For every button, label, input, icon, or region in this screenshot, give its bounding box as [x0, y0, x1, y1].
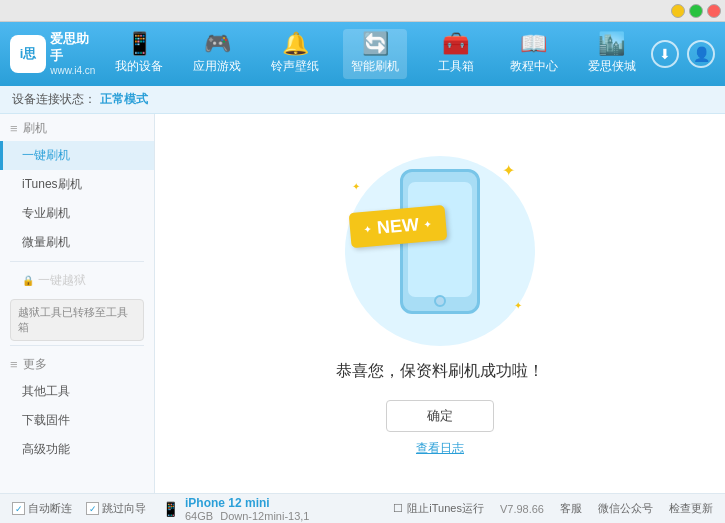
checkbox-skip-wizard-box[interactable]: ✓	[86, 502, 99, 515]
tutorials-icon: 📖	[520, 33, 547, 55]
sidebar-divider-2	[10, 345, 144, 346]
checkbox-skip-wizard[interactable]: ✓ 跳过向导	[86, 501, 146, 516]
header-actions: ⬇ 👤	[651, 40, 715, 68]
flash-section-icon: ≡	[10, 121, 18, 136]
sparkle-icon-3: ✦	[514, 300, 522, 311]
customer-service-link[interactable]: 客服	[560, 501, 582, 516]
sidebar-item-itunes-flash[interactable]: iTunes刷机	[0, 170, 154, 199]
close-button[interactable]	[707, 4, 721, 18]
bottom-bar: ✓ 自动断连 ✓ 跳过向导 📱 iPhone 12 mini 64GB Down…	[0, 493, 725, 523]
more-section-icon: ≡	[10, 357, 18, 372]
sidebar: ≡ 刷机 一键刷机 iTunes刷机 专业刷机 微量刷机 🔒 一键越狱 越狱工具…	[0, 114, 155, 493]
logo-text: 爱思助手 www.i4.cn	[50, 31, 100, 78]
logo-area: i思 爱思助手 www.i4.cn	[10, 31, 100, 78]
nav-ringtones[interactable]: 🔔 铃声壁纸	[265, 33, 325, 75]
device-info: 📱 iPhone 12 mini 64GB Down-12mini-13,1	[162, 496, 309, 522]
bottom-right: ☐ 阻止iTunes运行 V7.98.66 客服 微信公众号 检查更新	[393, 501, 713, 516]
itunes-stop-area: ☐ 阻止iTunes运行	[393, 501, 484, 516]
maximize-button[interactable]	[689, 4, 703, 18]
device-name: iPhone 12 mini	[185, 496, 309, 510]
main-content: ✦ NEW ✦ ✦ ✦ ✦ 恭喜您，保资料刷机成功啦！ 确定 查看日志	[155, 114, 725, 493]
sidebar-item-other-tools[interactable]: 其他工具	[0, 377, 154, 406]
sidebar-item-jailbreak: 🔒 一键越狱	[0, 266, 154, 295]
user-button[interactable]: 👤	[687, 40, 715, 68]
sidebar-divider-1	[10, 261, 144, 262]
sidebar-item-micro-flash[interactable]: 微量刷机	[0, 228, 154, 257]
sidebar-item-download-firmware[interactable]: 下载固件	[0, 406, 154, 435]
success-text: 恭喜您，保资料刷机成功啦！	[336, 361, 544, 382]
bottom-left: ✓ 自动断连 ✓ 跳过向导 📱 iPhone 12 mini 64GB Down…	[12, 496, 393, 522]
checkbox-auto-disconnect[interactable]: ✓ 自动断连	[12, 501, 72, 516]
download-button[interactable]: ⬇	[651, 40, 679, 68]
status-value: 正常模式	[100, 91, 148, 108]
phone-device-icon: 📱	[162, 501, 179, 517]
sidebar-item-one-key-flash[interactable]: 一键刷机	[0, 141, 154, 170]
titlebar	[0, 0, 725, 22]
secondary-link[interactable]: 查看日志	[416, 440, 464, 457]
flash-icon: 🔄	[362, 33, 389, 55]
city-icon: 🏙️	[598, 33, 625, 55]
ringtone-icon: 🔔	[282, 33, 309, 55]
checkbox-auto-disconnect-box[interactable]: ✓	[12, 502, 25, 515]
logo-icon: i思	[10, 35, 46, 73]
sparkle-icon-1: ✦	[502, 161, 515, 180]
confirm-button[interactable]: 确定	[386, 400, 494, 432]
nav-toolbox[interactable]: 🧰 工具箱	[426, 33, 486, 75]
sidebar-item-pro-flash[interactable]: 专业刷机	[0, 199, 154, 228]
nav-smart-flash[interactable]: 🔄 智能刷机	[343, 29, 407, 79]
nav-my-device[interactable]: 📱 我的设备	[109, 33, 169, 75]
main-container: ≡ 刷机 一键刷机 iTunes刷机 专业刷机 微量刷机 🔒 一键越狱 越狱工具…	[0, 114, 725, 493]
sidebar-item-advanced[interactable]: 高级功能	[0, 435, 154, 464]
header: i思 爱思助手 www.i4.cn 📱 我的设备 🎮 应用游戏 🔔 铃声壁纸 🔄…	[0, 22, 725, 86]
toolbox-icon: 🧰	[442, 33, 469, 55]
nav-apps-games[interactable]: 🎮 应用游戏	[187, 33, 247, 75]
check-update-link[interactable]: 检查更新	[669, 501, 713, 516]
lock-icon: 🔒	[22, 275, 34, 286]
sidebar-section-more: ≡ 更多	[0, 350, 154, 377]
nav-items: 📱 我的设备 🎮 应用游戏 🔔 铃声壁纸 🔄 智能刷机 🧰 工具箱 📖 教程中心…	[100, 29, 651, 79]
sidebar-jailbreak-notice: 越狱工具已转移至工具箱	[10, 299, 144, 341]
itunes-checkbox[interactable]: ☐	[393, 502, 403, 515]
device-details: 64GB Down-12mini-13,1	[185, 510, 309, 522]
status-bar: 设备连接状态： 正常模式	[0, 86, 725, 114]
success-illustration: ✦ NEW ✦ ✦ ✦ ✦	[340, 151, 540, 351]
games-icon: 🎮	[204, 33, 231, 55]
sidebar-section-flash: ≡ 刷机	[0, 114, 154, 141]
phone-icon: 📱	[126, 33, 153, 55]
minimize-button[interactable]	[671, 4, 685, 18]
sparkle-icon-2: ✦	[352, 181, 360, 192]
status-label: 设备连接状态：	[12, 91, 96, 108]
nav-fan-city[interactable]: 🏙️ 爱思侠城	[582, 33, 642, 75]
version-label: V7.98.66	[500, 503, 544, 515]
nav-tutorials[interactable]: 📖 教程中心	[504, 33, 564, 75]
wechat-official-link[interactable]: 微信公众号	[598, 501, 653, 516]
